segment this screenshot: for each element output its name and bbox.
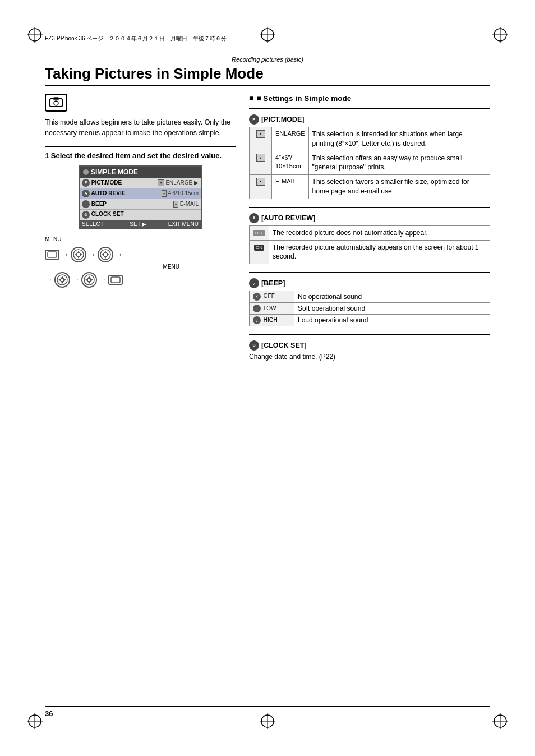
nav-rect-left xyxy=(45,250,59,260)
pict-mode-4x6-desc: This selection offers an easy way to pro… xyxy=(308,151,490,175)
bottom-bar xyxy=(45,706,490,707)
reg-mark-tr xyxy=(492,27,508,43)
simple-mode-icon xyxy=(45,94,67,112)
arr4: → xyxy=(45,275,53,284)
intro-text: This mode allows beginners to take pictu… xyxy=(45,117,236,139)
beep-row-low: ♪ LOW Soft operational sound xyxy=(250,303,490,315)
svg-rect-42 xyxy=(111,277,120,283)
camera-menu-bottom: SELECT ÷ SET ▶ EXIT MENU xyxy=(80,220,201,228)
pict-mode-email-icon: ▪ xyxy=(250,175,272,199)
reg-mark-bl xyxy=(27,713,43,729)
arr6: → xyxy=(99,275,107,284)
svg-point-20 xyxy=(54,101,58,105)
svg-marker-41 xyxy=(90,278,93,282)
pict-mode-4x6-icon: ▪ xyxy=(250,151,272,175)
camera-menu-row-pict: P PICT.MODE ▪ ENLARGE ▶ xyxy=(80,178,201,188)
pict-mode-email-label: E-MAIL xyxy=(272,175,309,199)
nav-diagram-row1: → → xyxy=(45,247,236,262)
left-column: This mode allows beginners to take pictu… xyxy=(45,94,236,361)
menu-label-top: MENU xyxy=(45,236,236,242)
nav-rect-right xyxy=(108,275,123,285)
arr3: → xyxy=(115,250,123,259)
two-column-layout: This mode allows beginners to take pictu… xyxy=(45,94,490,361)
beep-high-icon-label: ♪ HIGH xyxy=(250,315,294,326)
separator-auto xyxy=(249,207,490,208)
reg-mark-bm xyxy=(260,713,275,729)
auto-review-on-icon: ON xyxy=(250,240,269,264)
file-info-top-border xyxy=(44,34,491,34)
svg-marker-40 xyxy=(85,278,88,282)
nav-diagram-row2: → → xyxy=(45,272,236,288)
camera-menu: SIMPLE MODE P PICT.MODE ▪ ENLARGE ▶ xyxy=(79,165,202,229)
step1-heading: 1 Select the desired item and set the de… xyxy=(45,146,236,160)
section-label: Recording pictures (basic) xyxy=(45,56,490,63)
svg-marker-30 xyxy=(102,253,104,256)
auto-review-table: OFF The recorded picture does not automa… xyxy=(249,225,490,264)
camera-menu-title: SIMPLE MODE xyxy=(80,167,201,178)
page-number: 36 xyxy=(45,709,53,718)
nav-circle-1 xyxy=(71,247,86,262)
pict-mode-email-desc: This selection favors a smaller file siz… xyxy=(308,175,490,199)
auto-review-heading: A [AUTO REVIEW] xyxy=(249,213,490,223)
auto-review-row-on: ON The recorded picture automatically ap… xyxy=(250,240,490,264)
separator-pict xyxy=(249,108,490,109)
settings-heading: ■ ■ Settings in Simple mode xyxy=(249,94,490,103)
svg-marker-25 xyxy=(75,253,77,256)
auto-review-icon: A xyxy=(249,213,259,223)
arr5: → xyxy=(72,275,80,284)
pict-mode-heading: P [PICT.MODE] xyxy=(249,114,490,125)
clock-set-heading: ⊙ [CLOCK SET] xyxy=(249,340,490,351)
file-info-text: FZ3-PP.book 36 ページ ２００４年６月２１日 月曜日 午後７時６分 xyxy=(45,35,227,43)
camera-menu-row-auto: A AUTO REVIE ▪ 4'6/10·15cm xyxy=(80,188,201,199)
auto-review-row-off: OFF The recorded picture does not automa… xyxy=(250,225,490,240)
beep-row-off: ✕ OFF No operational sound xyxy=(250,291,490,303)
arr1: → xyxy=(61,250,69,259)
auto-review-off-icon: OFF xyxy=(250,225,269,240)
beep-icon: ♪ xyxy=(249,278,259,288)
beep-off-desc: No operational sound xyxy=(294,291,490,303)
nav-circle-3 xyxy=(54,272,70,288)
pict-mode-row-email: ▪ E-MAIL This selection favors a smaller… xyxy=(250,175,490,199)
svg-marker-31 xyxy=(107,253,109,256)
beep-low-icon-label: ♪ LOW xyxy=(250,303,294,315)
arr2: → xyxy=(88,250,96,259)
clock-icon: ⊙ xyxy=(249,340,259,351)
pict-mode-enlarge-label: ENLARGE xyxy=(272,127,309,151)
pict-mode-row-4x6: ▪ 4″×6″/10×15cm This selection offers an… xyxy=(250,151,490,175)
pict-mode-row-enlarge: ▪ ENLARGE This selection is intended for… xyxy=(250,127,490,151)
nav-circle-2 xyxy=(98,247,113,262)
page-title: Taking Pictures in Simple Mode xyxy=(45,65,490,86)
svg-marker-36 xyxy=(63,278,66,282)
svg-marker-26 xyxy=(80,253,82,256)
camera-menu-row-beep: ♪ BEEP ▪ E-MAIL xyxy=(80,199,201,210)
beep-high-desc: Loud operational sound xyxy=(294,315,490,326)
beep-row-high: ♪ HIGH Loud operational sound xyxy=(250,315,490,326)
svg-rect-21 xyxy=(48,252,57,257)
pict-mode-icon: P xyxy=(249,114,259,125)
camera-menu-row-clock: ⊙ CLOCK SET xyxy=(80,210,201,220)
auto-review-on-desc: The recorded picture automatically appea… xyxy=(269,240,490,264)
right-column: ■ ■ Settings in Simple mode P [PICT.MODE… xyxy=(249,94,490,361)
separator-beep xyxy=(249,272,490,273)
pict-mode-enlarge-icon: ▪ xyxy=(250,127,272,151)
file-info: FZ3-PP.book 36 ページ ２００４年６月２１日 月曜日 午後７時６分 xyxy=(45,35,490,43)
clock-set-desc: Change date and time. (P22) xyxy=(249,353,490,361)
auto-review-off-desc: The recorded picture does not automatica… xyxy=(269,225,490,240)
pict-mode-4x6-label: 4″×6″/10×15cm xyxy=(272,151,309,175)
beep-heading: ♪ [BEEP] xyxy=(249,278,490,288)
reg-mark-tl xyxy=(27,27,43,43)
beep-off-icon-label: ✕ OFF xyxy=(250,291,294,303)
separator-clock xyxy=(249,334,490,335)
page-content: Recording pictures (basic) Taking Pictur… xyxy=(45,56,490,700)
nav-circle-4 xyxy=(81,272,97,288)
beep-table: ✕ OFF No operational sound ♪ LOW Soft op… xyxy=(249,291,490,326)
menu-label-right: MENU xyxy=(45,264,179,270)
pict-mode-enlarge-desc: This selection is intended for situation… xyxy=(308,127,490,151)
pict-mode-table: ▪ ENLARGE This selection is intended for… xyxy=(249,127,490,199)
beep-low-desc: Soft operational sound xyxy=(294,303,490,315)
svg-marker-35 xyxy=(58,278,61,282)
file-info-bottom-border xyxy=(44,45,491,45)
reg-mark-br xyxy=(492,713,508,729)
